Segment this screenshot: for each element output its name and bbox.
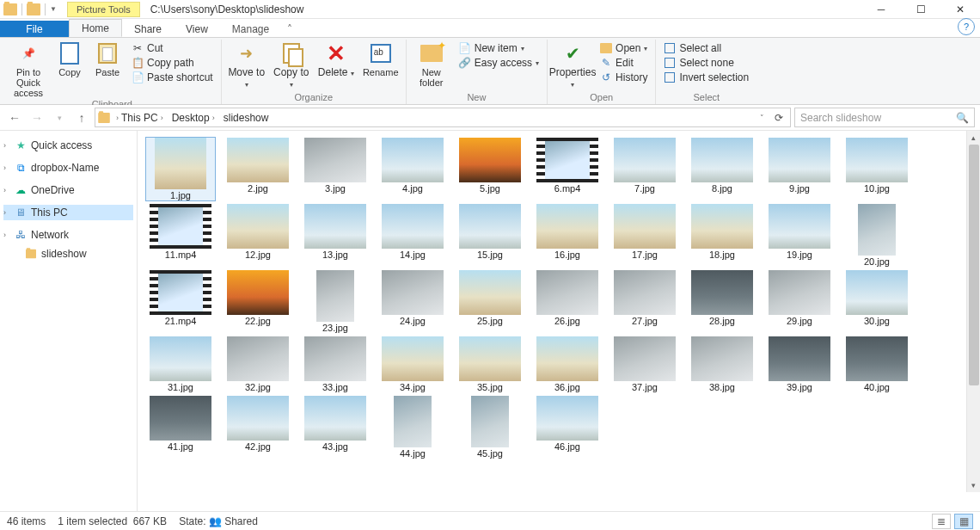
file-item[interactable]: 39.jpg [765,336,834,392]
file-list-pane[interactable]: 1.jpg2.jpg3.jpg4.jpg5.jpg6.mp47.jpg8.jpg… [138,131,980,511]
chevron-right-icon[interactable]: › [3,208,6,217]
help-button[interactable]: ? [958,18,975,35]
copy-to-button[interactable]: Copy to ▾ [272,41,311,89]
file-item[interactable]: 4.jpg [378,138,447,200]
rename-button[interactable]: Rename [361,41,401,77]
file-item[interactable]: 32.jpg [224,336,292,392]
details-view-button[interactable]: ≣ [932,514,951,529]
file-item[interactable]: 43.jpg [301,396,370,459]
file-item[interactable]: 40.jpg [842,336,911,392]
forward-button[interactable]: → [28,108,46,127]
history-button[interactable]: ↺History [597,71,650,84]
file-item[interactable]: 1.jpg [146,138,215,200]
pin-to-quick-access-button[interactable]: 📌 Pin to Quick access [9,41,48,98]
new-item-button[interactable]: 📄New item ▾ [456,41,542,55]
file-item[interactable]: 42.jpg [224,396,292,459]
file-item[interactable]: 38.jpg [688,336,756,392]
sidebar-item-network[interactable]: ›🖧Network [3,227,133,243]
file-item[interactable]: 22.jpg [224,270,292,333]
sidebar-item-this-pc[interactable]: ›🖥This PC [3,205,133,220]
paste-button[interactable]: Paste [91,41,124,77]
copy-path-button[interactable]: 📋Copy path [129,56,216,70]
file-item[interactable]: 12.jpg [224,204,292,267]
file-item[interactable]: 29.jpg [765,270,834,333]
file-item[interactable]: 5.jpg [456,138,524,200]
file-item[interactable]: 3.jpg [301,138,370,200]
file-item[interactable]: 21.mp4 [146,270,215,333]
tab-manage[interactable]: Manage [220,21,281,37]
breadcrumb[interactable]: slideshow [220,111,273,125]
file-item[interactable]: 27.jpg [610,270,679,333]
file-item[interactable]: 35.jpg [456,336,524,392]
file-item[interactable]: 11.mp4 [146,204,215,267]
file-item[interactable]: 31.jpg [146,336,215,392]
tab-home[interactable]: Home [69,19,122,37]
file-item[interactable]: 44.jpg [378,396,447,459]
open-button[interactable]: Open ▾ [597,41,650,55]
tab-file[interactable]: File [0,21,69,37]
file-item[interactable]: 25.jpg [456,270,524,333]
edit-button[interactable]: ✎Edit [597,56,650,70]
cut-button[interactable]: ✂Cut [129,41,216,55]
file-item[interactable]: 14.jpg [378,204,447,267]
file-item[interactable]: 37.jpg [610,336,679,392]
up-button[interactable]: ↑ [72,108,91,127]
tab-share[interactable]: Share [122,21,174,37]
maximize-button[interactable]: ☐ [901,0,940,19]
file-item[interactable]: 17.jpg [610,204,679,267]
file-item[interactable]: 23.jpg [301,270,370,333]
move-to-button[interactable]: ➜ Move to ▾ [227,41,266,89]
paste-shortcut-button[interactable]: 📄Paste shortcut [129,71,216,84]
file-item[interactable]: 13.jpg [301,204,370,267]
chevron-right-icon[interactable]: › [3,186,6,194]
properties-button[interactable]: ✔ Properties ▾ [553,41,592,89]
file-item[interactable]: 19.jpg [765,204,834,267]
scrollbar-thumb[interactable] [969,145,979,385]
new-folder-button[interactable]: New folder [412,41,451,88]
breadcrumb[interactable]: Desktop› [168,111,218,125]
file-item[interactable]: 6.mp4 [533,138,602,200]
thumbnails-view-button[interactable]: ▦ [954,514,973,529]
refresh-button[interactable]: ⟳ [769,112,788,124]
sidebar-item-onedrive[interactable]: ›☁OneDrive [3,182,133,198]
breadcrumb[interactable]: ›This PC› [113,111,167,125]
file-item[interactable]: 7.jpg [610,138,679,200]
file-item[interactable]: 41.jpg [146,396,215,459]
file-item[interactable]: 45.jpg [456,396,524,459]
search-input[interactable]: Search slideshow 🔍 [794,108,975,127]
folder-icon[interactable] [27,3,40,15]
picture-tools-tab[interactable]: Picture Tools [67,2,140,17]
address-bar[interactable]: ›This PC› Desktop› slideshow ˅ ⟳ [95,108,791,127]
sidebar-item-quick-access[interactable]: ›★Quick access [3,138,133,153]
scroll-up-button[interactable]: ▴ [967,131,980,145]
file-item[interactable]: 16.jpg [533,204,602,267]
delete-button[interactable]: ✕ Delete ▾ [316,41,356,78]
file-item[interactable]: 20.jpg [842,204,911,267]
chevron-right-icon[interactable]: › [3,163,6,172]
minimize-button[interactable]: ─ [861,0,901,19]
invert-selection-button[interactable]: Invert selection [661,71,751,84]
recent-locations-button[interactable]: ▾ [50,108,69,127]
file-item[interactable]: 26.jpg [533,270,602,333]
file-item[interactable]: 2.jpg [224,138,292,200]
tab-view[interactable]: View [174,21,220,37]
ribbon-collapse-icon[interactable]: ˄ [281,23,298,35]
file-item[interactable]: 24.jpg [378,270,447,333]
file-item[interactable]: 10.jpg [842,138,911,200]
chevron-right-icon[interactable]: › [3,141,6,150]
select-all-button[interactable]: Select all [661,41,751,55]
sidebar-item-dropbox[interactable]: ›⧉dropbox-Name [3,160,133,176]
chevron-right-icon[interactable]: › [3,231,6,239]
file-item[interactable]: 28.jpg [688,270,756,333]
file-item[interactable]: 18.jpg [688,204,756,267]
select-none-button[interactable]: Select none [661,56,751,70]
file-item[interactable]: 34.jpg [378,336,447,392]
address-dropdown-icon[interactable]: ˅ [756,114,768,122]
easy-access-button[interactable]: 🔗Easy access ▾ [456,56,542,70]
file-item[interactable]: 30.jpg [842,270,911,333]
sidebar-item-slideshow[interactable]: slideshow [3,246,133,262]
file-item[interactable]: 9.jpg [765,138,834,200]
file-item[interactable]: 8.jpg [688,138,756,200]
close-button[interactable]: ✕ [940,0,980,19]
file-item[interactable]: 46.jpg [533,396,602,459]
